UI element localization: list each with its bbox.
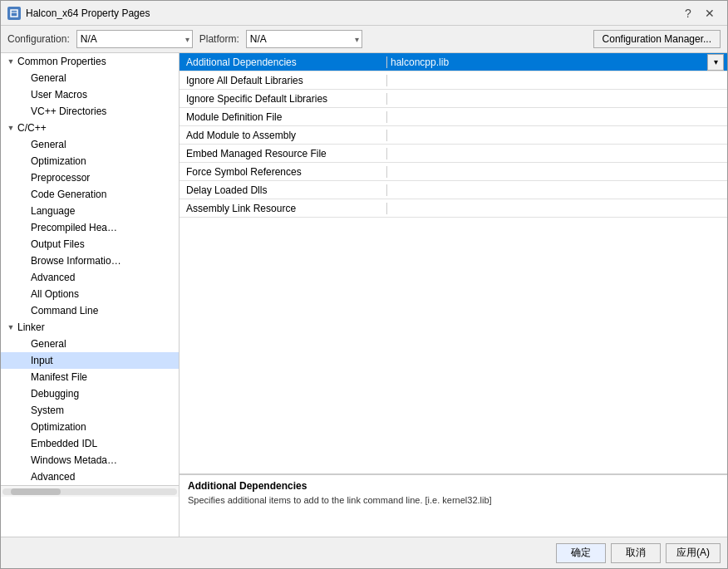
tree-expand-linker-advanced bbox=[17, 470, 31, 483]
prop-row-ignore-default[interactable]: Ignore All Default Libraries bbox=[180, 71, 727, 90]
tree-label-linker-system: System bbox=[31, 405, 64, 416]
tree-expand-linker-optim bbox=[17, 420, 31, 434]
tree-label-linker-winmeta: Windows Metada… bbox=[31, 454, 117, 466]
tree-label-linker-debug: Debugging bbox=[31, 388, 79, 400]
tree-label-cpp-cmd-line: Command Line bbox=[31, 305, 98, 316]
tree-expand-cpp-preprocessor bbox=[17, 171, 31, 184]
tree-expand-cpp-general bbox=[17, 138, 31, 151]
tree-item-cpp-precompiled[interactable]: Precompiled Hea… bbox=[1, 219, 179, 236]
close-button[interactable]: ✕ bbox=[699, 5, 721, 22]
tree-label-cpp-output: Output Files bbox=[31, 238, 85, 250]
tree-label-linker-general: General bbox=[31, 338, 66, 350]
tree-item-cpp-optimization[interactable]: Optimization bbox=[1, 153, 179, 169]
bottom-bar: 确定 取消 应用(A) bbox=[1, 537, 727, 568]
prop-name-assembly-link: Assembly Link Resource bbox=[180, 203, 387, 214]
tree-item-linker-system[interactable]: System bbox=[1, 402, 179, 419]
tree-item-linker-input[interactable]: Input bbox=[1, 352, 179, 369]
tree-label-common-properties: Common Properties bbox=[17, 56, 106, 67]
property-list: Additional Dependencieshalconcpp.lib▾Ign… bbox=[180, 53, 727, 474]
prop-dropdown-btn-additional-deps[interactable]: ▾ bbox=[707, 54, 724, 71]
tree-label-vcpp-dirs: VC++ Directories bbox=[31, 105, 106, 117]
tree-item-cpp-advanced[interactable]: Advanced bbox=[1, 269, 179, 286]
title-buttons: ? ✕ bbox=[677, 5, 721, 22]
configuration-select[interactable]: N/A bbox=[76, 30, 193, 48]
platform-select-wrap: N/A ▾ bbox=[246, 30, 362, 48]
prop-name-embed-managed: Embed Managed Resource File bbox=[180, 148, 387, 159]
cancel-button[interactable]: 取消 bbox=[611, 543, 661, 563]
property-pages-window: Halcon_x64 Property Pages ? ✕ Configurat… bbox=[0, 0, 728, 569]
description-text: Specifies additional items to add to the… bbox=[188, 495, 719, 505]
config-manager-button[interactable]: Configuration Manager... bbox=[593, 30, 721, 48]
tree-label-cpp-browse: Browse Informatio… bbox=[31, 255, 121, 267]
tree-item-linker-debug[interactable]: Debugging bbox=[1, 385, 179, 402]
tree-label-linker-advanced: Advanced bbox=[31, 471, 75, 483]
platform-select[interactable]: N/A bbox=[246, 30, 362, 48]
tree-item-linker-general[interactable]: General bbox=[1, 336, 179, 352]
tree-label-linker-input: Input bbox=[31, 355, 53, 366]
configuration-select-wrap: N/A ▾ bbox=[76, 30, 193, 48]
tree-item-linker-winmeta[interactable]: Windows Metada… bbox=[1, 452, 179, 468]
prop-row-force-symbol[interactable]: Force Symbol References bbox=[180, 163, 727, 181]
config-bar: Configuration: N/A ▾ Platform: N/A ▾ Con… bbox=[1, 26, 727, 53]
tree-expand-linker-general bbox=[17, 337, 31, 351]
tree-item-linker-optim[interactable]: Optimization bbox=[1, 419, 179, 435]
description-title: Additional Dependencies bbox=[188, 480, 719, 492]
tree-expand-user-macros bbox=[17, 88, 31, 101]
prop-name-add-module: Add Module to Assembly bbox=[180, 130, 387, 141]
prop-row-embed-managed[interactable]: Embed Managed Resource File bbox=[180, 145, 727, 163]
tree-item-cpp-general[interactable]: General bbox=[1, 136, 179, 153]
tree-item-cpp-language[interactable]: Language bbox=[1, 203, 179, 219]
tree-item-user-macros[interactable]: User Macros bbox=[1, 86, 179, 103]
prop-row-delay-loaded[interactable]: Delay Loaded Dlls bbox=[180, 181, 727, 199]
tree-item-cpp-all-options[interactable]: All Options bbox=[1, 286, 179, 302]
prop-value-additional-deps: halconcpp.lib bbox=[391, 56, 707, 68]
tree-label-general: General bbox=[31, 72, 66, 84]
configuration-label: Configuration: bbox=[7, 33, 70, 45]
tree-label-cpp-code-gen: Code Generation bbox=[31, 189, 106, 200]
title-bar: Halcon_x64 Property Pages ? ✕ bbox=[1, 1, 727, 26]
tree-label-cpp-all-options: All Options bbox=[31, 288, 79, 300]
tree-item-common-properties[interactable]: ▼Common Properties bbox=[1, 53, 179, 70]
prop-value-wrap-additional-deps: halconcpp.lib▾ bbox=[387, 54, 727, 71]
tree-item-cpp-code-gen[interactable]: Code Generation bbox=[1, 186, 179, 203]
prop-name-ignore-specific: Ignore Specific Default Libraries bbox=[180, 93, 387, 105]
tree-expand-linker-embedded bbox=[17, 437, 31, 450]
prop-row-module-def[interactable]: Module Definition File bbox=[180, 108, 727, 126]
tree-expand-cpp-precompiled bbox=[17, 221, 31, 234]
tree-item-linker-manifest[interactable]: Manifest File bbox=[1, 369, 179, 385]
svg-rect-0 bbox=[11, 10, 17, 17]
ok-button[interactable]: 确定 bbox=[556, 543, 606, 563]
tree-label-cpp-language: Language bbox=[31, 205, 75, 217]
tree-item-cpp-output[interactable]: Output Files bbox=[1, 236, 179, 253]
prop-name-ignore-default: Ignore All Default Libraries bbox=[180, 75, 387, 86]
tree-label-cpp-optimization: Optimization bbox=[31, 155, 86, 167]
tree-item-cpp-browse[interactable]: Browse Informatio… bbox=[1, 253, 179, 269]
tree-expand-cpp-all-options bbox=[17, 287, 31, 301]
help-button[interactable]: ? bbox=[677, 5, 699, 22]
prop-row-add-module[interactable]: Add Module to Assembly bbox=[180, 126, 727, 145]
tree-item-cpp-cmd-line[interactable]: Command Line bbox=[1, 302, 179, 319]
tree-item-linker[interactable]: ▼Linker bbox=[1, 319, 179, 336]
tree-item-general[interactable]: General bbox=[1, 70, 179, 86]
tree-horizontal-scrollbar[interactable] bbox=[1, 485, 179, 497]
tree-item-vcpp-dirs[interactable]: VC++ Directories bbox=[1, 103, 179, 120]
tree-item-cpp[interactable]: ▼C/C++ bbox=[1, 120, 179, 136]
prop-row-ignore-specific[interactable]: Ignore Specific Default Libraries bbox=[180, 90, 727, 108]
tree-item-linker-embedded[interactable]: Embedded IDL bbox=[1, 435, 179, 452]
prop-row-additional-deps[interactable]: Additional Dependencieshalconcpp.lib▾ bbox=[180, 53, 727, 71]
tree-expand-linker: ▼ bbox=[4, 321, 17, 334]
tree-label-linker-embedded: Embedded IDL bbox=[31, 438, 97, 449]
platform-label: Platform: bbox=[199, 33, 239, 45]
apply-button[interactable]: 应用(A) bbox=[666, 543, 721, 563]
tree-label-cpp-general: General bbox=[31, 139, 66, 150]
prop-row-assembly-link[interactable]: Assembly Link Resource bbox=[180, 199, 727, 218]
tree-expand-cpp-language bbox=[17, 204, 31, 218]
properties-panel: Additional Dependencieshalconcpp.lib▾Ign… bbox=[180, 53, 727, 537]
tree-expand-linker-debug bbox=[17, 387, 31, 400]
tree-item-cpp-preprocessor[interactable]: Preprocessor bbox=[1, 169, 179, 186]
tree-expand-common-properties: ▼ bbox=[4, 55, 17, 68]
prop-name-force-symbol: Force Symbol References bbox=[180, 166, 387, 178]
tree-expand-linker-system bbox=[17, 404, 31, 417]
tree-item-linker-advanced[interactable]: Advanced bbox=[1, 468, 179, 485]
description-panel: Additional Dependencies Specifies additi… bbox=[180, 474, 727, 537]
